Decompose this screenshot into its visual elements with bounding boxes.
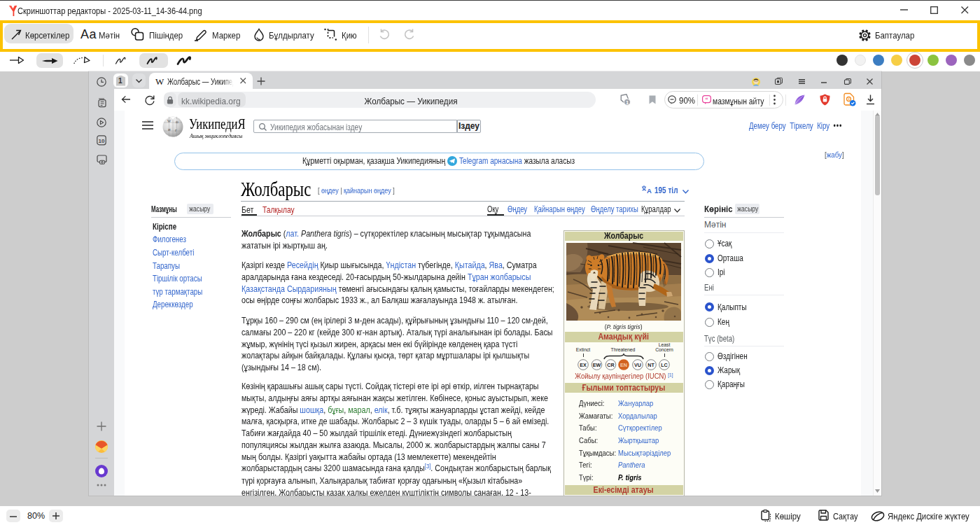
svg-text:Γ: Γ bbox=[175, 129, 177, 132]
svg-text:LC: LC bbox=[661, 361, 668, 368]
svg-text:EW: EW bbox=[593, 361, 601, 368]
svg-text:1: 1 bbox=[626, 99, 629, 105]
svg-text:EN: EN bbox=[620, 361, 627, 368]
svg-text:A: A bbox=[647, 187, 652, 195]
svg-text:VU: VU bbox=[634, 361, 641, 368]
svg-text:NT: NT bbox=[648, 361, 654, 368]
svg-text:W: W bbox=[167, 119, 172, 123]
svg-text:Ω: Ω bbox=[176, 120, 178, 124]
svg-text:EX: EX bbox=[580, 361, 587, 368]
svg-text:10: 10 bbox=[99, 137, 105, 144]
svg-text:“: “ bbox=[706, 96, 708, 102]
svg-text:CR: CR bbox=[607, 361, 615, 368]
svg-text:И: И bbox=[168, 128, 171, 132]
